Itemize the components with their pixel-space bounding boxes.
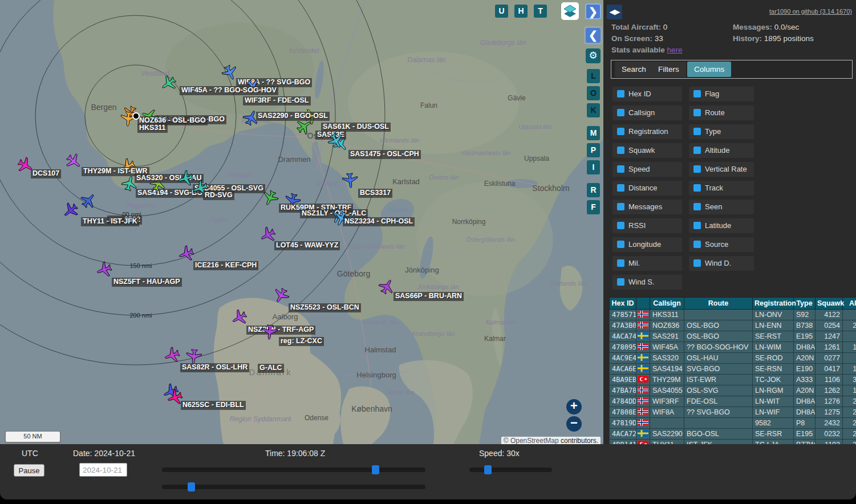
aircraft-label[interactable]: NSZ5FT - HAU-AGP [112,278,182,287]
aircraft-table-row[interactable]: 4784DDWIF3RFFDE-OSLLN-WITDH8A1276230 [610,396,856,407]
aircraft-label[interactable]: SAS66P - BRU-ARN [393,292,464,301]
column-toggle-route[interactable]: Route [689,105,754,120]
table-cell: ?? SVG-BGO [684,407,753,418]
range-slider-thumb[interactable] [188,482,195,491]
aircraft-table-row[interactable]: 47BA78SAS4055OSL-SVGLN-RGMA20N1262183 [610,385,856,396]
column-toggle-flag[interactable]: Flag [689,87,754,101]
column-toggle-source[interactable]: Source [689,237,754,252]
aircraft-label[interactable]: THY11 - IST-JFK [81,217,139,226]
column-toggle-type[interactable]: Type [689,124,754,139]
next-aircraft-button[interactable]: ❯ [585,3,601,19]
table-cell: 4ACA74 [610,331,636,342]
speed-slider-thumb[interactable] [484,465,492,474]
column-toggle-wind-s-[interactable]: Wind S. [612,275,682,290]
aircraft-table-row[interactable]: 4AC9E4SAS320OSL-HAUSE-RODA20N027740 [610,353,856,364]
table-header-route[interactable]: Route [684,298,753,310]
aircraft-icon[interactable] [291,114,317,139]
aircraft-label[interactable]: SAS1475 - OSL-CPH [348,150,421,159]
column-toggle-seen[interactable]: Seen [689,200,754,214]
column-toggle-registration[interactable]: Registration [612,124,682,139]
column-toggle-track[interactable]: Track [689,181,754,196]
time-slider-track[interactable] [162,468,425,472]
table-header-flag[interactable] [636,298,650,310]
aircraft-table-row[interactable]: 4BB141★THY11IST-JFKTC-LJAB77W1103325 [610,440,856,445]
github-version-link[interactable]: tar1090 on github (3.14.1670) [769,8,852,15]
speed-slider-track[interactable] [469,468,552,472]
aircraft-label[interactable]: NSZ5523 - OSL-BCN [289,303,361,312]
table-header-registration[interactable]: Registration [753,298,794,310]
aircraft-icon[interactable] [156,71,181,96]
table-header-alt-[interactable]: Alt. [843,298,856,310]
map-letter-button-f[interactable]: F [587,200,600,214]
aircraft-table-row[interactable]: 47808EWIF8A?? SVG-BGOLN-WIFDH8A1275245 [610,407,856,418]
date-input[interactable] [79,463,127,477]
column-toggle-distance[interactable]: Distance [612,181,682,196]
map-letter-button-i[interactable]: I [587,160,600,174]
map-letter-button-l[interactable]: L [587,69,600,83]
map-letter-button-k[interactable]: K [587,103,600,117]
map-button-t[interactable]: T [534,5,547,18]
zoom-out-button[interactable]: − [566,416,582,432]
map-letter-button-p[interactable]: P [587,143,600,157]
map-canvas[interactable]: VestlandInnlandetDalarnas länGävleborgs … [0,0,606,444]
aircraft-table-row[interactable]: 4ACA6ESAS4194SVG-BGOSE-RSNE1900417160 [610,364,856,375]
sidebar-collapse-button[interactable]: ◀▶ [607,5,622,19]
column-toggle-speed[interactable]: Speed [612,162,682,177]
table-header-hex-id[interactable]: Hex ID [610,298,636,310]
map-letter-button-r[interactable]: R [587,183,600,197]
column-toggle-rssi[interactable]: RSSI [612,218,682,233]
aircraft-table-row[interactable]: 4BA9EB★THY29MIST-EWRTC-JOKA3331106360 [610,375,856,385]
aircraft-icon[interactable] [323,128,348,153]
map-button-u[interactable]: U [495,5,508,18]
column-toggle-mil-[interactable]: Mil. [612,256,682,271]
table-header-type[interactable]: Type [794,298,816,310]
settings-button[interactable]: ⚙ [586,48,601,63]
aircraft-table-row[interactable]: 478571HKS311LN-ONVS92412245 [610,310,856,320]
aircraft-label[interactable]: DCS107 [31,169,61,178]
column-toggle-altitude[interactable]: Altitude [689,143,754,158]
column-toggle-label: Flag [705,90,719,98]
aircraft-label[interactable]: ICE216 - KEF-CPH [193,261,258,270]
table-header-squawk[interactable]: Squawk [816,298,843,310]
aircraft-icon[interactable] [58,198,83,223]
stats-here-link[interactable]: here [667,46,683,54]
prev-aircraft-button[interactable]: ❮ [584,26,602,44]
tab-filters[interactable]: Filters [651,62,686,77]
column-toggle-messages[interactable]: Messages [612,200,682,214]
map-button-h[interactable]: H [514,5,528,18]
aircraft-table-row[interactable]: 4ACA72SAS2290BGO-OSLSE-RSRE1950232260 [610,429,856,440]
aircraft-icon[interactable] [181,344,206,369]
column-toggle-hex-id[interactable]: Hex ID [612,87,682,101]
pause-button[interactable]: Pause [14,464,44,477]
zoom-in-button[interactable]: + [566,399,582,414]
aircraft-table-row[interactable]: 47A3B0NOZ636OSL-BGOLN-ENNB7380254200 [610,320,856,331]
aircraft-label[interactable]: N625SC - EDI-BLL [181,401,246,410]
aircraft-label[interactable]: RD-SVG [203,191,234,200]
aircraft-table-row[interactable]: 47819D9582P82432260 [610,418,856,429]
column-toggle-longitude[interactable]: Longitude [612,237,682,252]
tab-search[interactable]: Search [615,62,653,77]
aircraft-label[interactable]: BCS3317 [358,189,392,198]
map-letter-button-o[interactable]: O [587,86,600,100]
column-toggle-callsign[interactable]: Callsign [612,105,682,120]
map-letter-button-m[interactable]: M [587,126,600,140]
aircraft-label[interactable]: WIF45A - ?? BGO-SOG-HOV [180,86,278,95]
time-slider-thumb[interactable] [372,465,379,474]
column-toggle-squawk[interactable]: Squawk [612,143,682,158]
column-toggle-latitude[interactable]: Latitude [689,218,754,233]
table-cell: 99 [843,331,856,342]
tab-columns[interactable]: Columns [687,62,731,77]
column-toggle-vertical-rate[interactable]: Vertical Rate [689,162,754,177]
aircraft-label[interactable]: LOT45 - WAW-YYZ [274,241,340,250]
layers-button[interactable] [561,2,579,20]
attribution-contributors-link[interactable]: contributors. [561,437,598,444]
aircraft-label[interactable]: HKS311 [137,124,168,133]
column-toggle-wind-d-[interactable]: Wind D. [689,256,754,271]
aircraft-table-row[interactable]: 4ACA74SAS291OSL-BGOSE-RSTE195124799 [610,331,856,342]
table-header-callsign[interactable]: Callsign [650,298,684,310]
aircraft-label[interactable]: reg: LZ-CXC [279,337,324,346]
range-slider-track[interactable] [162,485,425,489]
aircraft-label[interactable]: G-ALC [258,364,284,373]
aircraft-table-row[interactable]: 478095WIF45A?? BGO-SOG-HOVLN-WIMDH8A1261… [610,342,856,353]
aircraft-label[interactable]: NSZ3234 - CPH-OSL [343,217,415,226]
